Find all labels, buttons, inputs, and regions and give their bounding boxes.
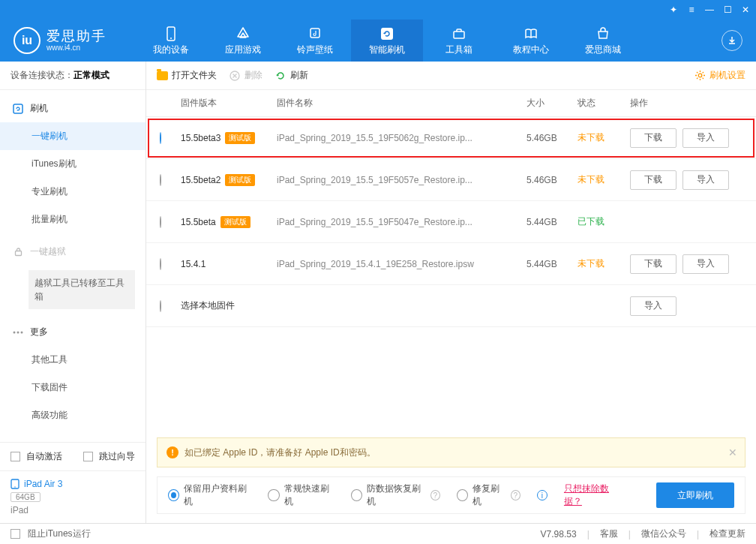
support-link[interactable]: 客服 [600, 527, 618, 540]
apple-id-warning: ! 如已绑定 Apple ID，请准备好 Apple ID和密码。 ✕ [157, 437, 746, 467]
refresh-button[interactable]: 刷新 [274, 69, 308, 82]
nav-mall[interactable]: 爱思商城 [567, 20, 639, 62]
nav-device[interactable]: 我的设备 [135, 20, 207, 62]
section-title: 更多 [30, 326, 48, 338]
flash-options: 保留用户资料刷机 常规快速刷机 防数据恢复刷机 ? 修复刷机 ? i 只想抹除数… [157, 476, 746, 514]
sidebar-item-download[interactable]: 下载固件 [0, 374, 146, 401]
download-indicator-icon[interactable] [722, 30, 742, 51]
help-icon[interactable]: ? [430, 490, 440, 500]
flash-icon [12, 103, 24, 115]
close-icon[interactable]: ✕ [740, 4, 752, 16]
sidebar-section-jailbreak: 一键越狱 [0, 238, 146, 266]
apps-icon [235, 26, 251, 42]
nav-toolbox[interactable]: 工具箱 [423, 20, 495, 62]
download-button[interactable]: 下载 [630, 170, 676, 190]
th-version: 固件版本 [181, 97, 277, 110]
nav-label: 爱思商城 [585, 44, 621, 56]
version-label: V7.98.53 [541, 529, 577, 539]
minimize-icon[interactable]: — [704, 4, 716, 16]
titlebar-menu-icon[interactable]: ≡ [686, 4, 698, 16]
auto-activate-checkbox[interactable] [10, 452, 20, 461]
radio-icon [268, 489, 279, 501]
row-radio[interactable] [160, 258, 161, 270]
radio-icon [168, 489, 179, 501]
app-header: iu 爱思助手 www.i4.cn 我的设备 应用游戏 铃声壁纸 智能刷机 工具… [0, 20, 756, 62]
svg-rect-5 [14, 104, 22, 113]
row-radio[interactable] [160, 132, 161, 144]
row-radio[interactable] [160, 216, 161, 228]
nav-ringtone[interactable]: 铃声壁纸 [279, 20, 351, 62]
device-capacity: 64GB [10, 492, 40, 502]
firmware-row[interactable]: 15.5beta测试版iPad_Spring_2019_15.5_19F5047… [146, 201, 756, 243]
option-keep-data[interactable]: 保留用户资料刷机 [168, 482, 251, 508]
folder-icon [157, 71, 168, 80]
firmware-version: 15.5beta3测试版 [181, 132, 277, 144]
nav-flash[interactable]: 智能刷机 [351, 20, 423, 62]
check-update-link[interactable]: 检查更新 [710, 527, 746, 540]
block-itunes-checkbox[interactable] [10, 529, 20, 539]
firmware-row[interactable]: 15.5beta2测试版iPad_Spring_2019_15.5_19F505… [146, 159, 756, 201]
help-icon[interactable]: ? [511, 490, 520, 500]
local-firmware-row[interactable]: 选择本地固件导入 [146, 285, 756, 327]
sidebar-item-tools[interactable]: 其他工具 [0, 346, 146, 374]
flash-settings-button[interactable]: 刷机设置 [694, 69, 746, 82]
nav-label: 智能刷机 [369, 44, 405, 56]
phone-icon [163, 26, 179, 42]
sidebar-item-oneclick[interactable]: 一键刷机 [0, 122, 146, 150]
firmware-row[interactable]: 15.5beta3测试版iPad_Spring_2019_15.5_19F506… [146, 117, 756, 159]
skip-guide-label: 跳过向导 [99, 450, 135, 463]
firmware-name: iPad_Spring_2019_15.5_19F5057e_Restore.i… [277, 175, 526, 185]
erase-data-link[interactable]: 只想抹除数据？ [564, 482, 623, 508]
auto-activate-row: 自动激活 跳过向导 [0, 443, 146, 470]
firmware-row[interactable]: 15.4.1iPad_Spring_2019_15.4.1_19E258_Res… [146, 243, 756, 285]
beta-badge: 测试版 [225, 174, 255, 186]
device-info: iPad Air 3 64GB iPad [0, 470, 146, 523]
firmware-status: 已下载 [578, 215, 630, 228]
import-button[interactable]: 导入 [630, 296, 676, 316]
option-repair[interactable]: 修复刷机 ? [457, 482, 520, 508]
option-antirecover[interactable]: 防数据恢复刷机 ? [351, 482, 440, 508]
import-button[interactable]: 导入 [682, 128, 729, 148]
info-icon: i [537, 490, 548, 500]
sidebar-section-flash[interactable]: 刷机 [0, 95, 146, 122]
sidebar-item-pro[interactable]: 专业刷机 [0, 178, 146, 206]
svg-point-13 [698, 74, 702, 77]
firmware-size: 5.44GB [526, 259, 578, 269]
refresh-icon [274, 70, 286, 82]
firmware-name: iPad_Spring_2019_15.4.1_19E258_Restore.i… [277, 259, 526, 269]
row-radio[interactable] [160, 300, 161, 312]
start-flash-button[interactable]: 立即刷机 [656, 482, 734, 508]
maximize-icon[interactable]: ☐ [722, 4, 734, 16]
jailbreak-note: 越狱工具已转移至工具箱 [28, 270, 135, 309]
sidebar-section-more[interactable]: 更多 [0, 318, 146, 346]
sidebar-item-itunes[interactable]: iTunes刷机 [0, 150, 146, 178]
download-button[interactable]: 下载 [630, 128, 676, 148]
conn-label: 设备连接状态： [10, 69, 74, 82]
row-radio[interactable] [160, 174, 161, 186]
import-button[interactable]: 导入 [682, 170, 729, 190]
skip-guide-checkbox[interactable] [83, 452, 93, 461]
warning-icon: ! [166, 446, 178, 458]
import-button[interactable]: 导入 [682, 254, 729, 274]
firmware-table: 15.5beta3测试版iPad_Spring_2019_15.5_19F506… [146, 117, 756, 327]
svg-rect-3 [381, 28, 393, 40]
nav-apps[interactable]: 应用游戏 [207, 20, 279, 62]
open-folder-button[interactable]: 打开文件夹 [157, 69, 217, 82]
wechat-link[interactable]: 微信公众号 [641, 527, 686, 540]
firmware-size: 5.44GB [526, 217, 578, 227]
nav-tutorial[interactable]: 教程中心 [495, 20, 567, 62]
firmware-size: 5.46GB [526, 175, 578, 185]
warning-close-icon[interactable]: ✕ [728, 446, 737, 458]
download-button[interactable]: 下载 [630, 254, 676, 274]
local-firmware-label: 选择本地固件 [181, 299, 277, 312]
titlebar-gift-icon[interactable]: ✦ [668, 4, 680, 16]
device-type: iPad [10, 505, 135, 515]
firmware-version: 15.5beta2测试版 [181, 174, 277, 186]
option-normal[interactable]: 常规快速刷机 [268, 482, 334, 508]
sidebar-item-advanced[interactable]: 高级功能 [0, 401, 146, 429]
firmware-status: 未下载 [578, 131, 630, 144]
sidebar-item-batch[interactable]: 批量刷机 [0, 206, 146, 233]
app-logo: iu 爱思助手 www.i4.cn [0, 27, 120, 54]
device-name[interactable]: iPad Air 3 [10, 479, 135, 489]
app-title: 爱思助手 [46, 29, 106, 44]
